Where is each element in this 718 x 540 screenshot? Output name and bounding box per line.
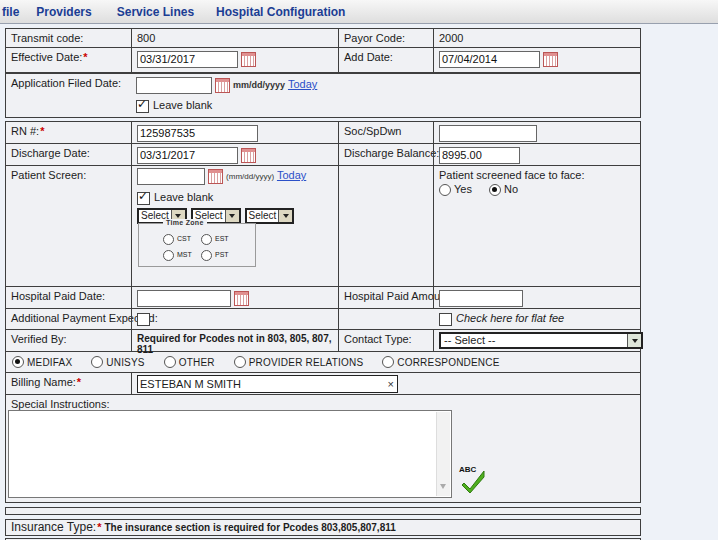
required-marker: *	[40, 125, 44, 137]
menu-hospital-configuration[interactable]: Hospital Configuration	[216, 5, 345, 19]
radio-icon[interactable]	[91, 356, 103, 368]
main-form-section: RN #:* 125987535 Soc/SpDwn Discharge Dat…	[5, 121, 641, 503]
today-link[interactable]: Today	[277, 169, 306, 181]
timezone-option-cst[interactable]: CST	[163, 234, 191, 245]
source-option-other[interactable]: OTHER	[164, 356, 215, 368]
verified-by-label: Verified By:	[6, 330, 131, 351]
transmit-code-value: 800	[131, 29, 338, 47]
source-option-unisys[interactable]: UNISYS	[91, 356, 144, 368]
textarea-scrollbar[interactable]	[436, 412, 450, 496]
timezone-option-pst[interactable]: PST	[201, 250, 229, 261]
calendar-icon[interactable]	[543, 52, 558, 67]
calendar-icon[interactable]	[241, 148, 256, 163]
required-marker: *	[83, 51, 87, 63]
contact-type-select[interactable]: -- Select --	[439, 332, 643, 349]
hospital-paid-date-label: Hospital Paid Date:	[6, 287, 131, 308]
calendar-icon[interactable]	[234, 291, 249, 306]
billing-name-label: Billing Name:*	[6, 373, 131, 394]
radio-icon[interactable]	[382, 356, 394, 368]
patient-screen-date-input[interactable]	[137, 168, 205, 185]
leave-blank-label: Leave blank	[153, 99, 212, 111]
verified-by-row: Verified By: Required for Pcodes not in …	[6, 330, 640, 352]
hospital-paid-row: Hospital Paid Date: Hospital Paid Amount…	[6, 287, 640, 309]
chevron-down-icon	[225, 210, 239, 222]
application-filed-date-label: Application Filed Date:	[6, 74, 131, 117]
flat-fee-checkbox[interactable]	[439, 313, 452, 326]
timezone-option-mst[interactable]: MST	[163, 250, 192, 261]
radio-icon[interactable]	[201, 234, 212, 245]
spellcheck-icon[interactable]: ABC	[459, 465, 489, 497]
green-check-icon	[461, 469, 487, 493]
rn-row: RN #:* 125987535 Soc/SpDwn	[6, 122, 640, 144]
rn-number-input[interactable]: 125987535	[137, 125, 258, 142]
required-marker: *	[77, 376, 81, 388]
screened-option-yes[interactable]: Yes	[439, 183, 472, 195]
date-format-hint: mm/dd/yyyy	[233, 80, 285, 90]
additional-payment-checkbox[interactable]	[137, 313, 150, 326]
spacer-band	[5, 507, 641, 515]
time-zone-legend: Time Zone	[163, 219, 207, 226]
hospital-configuration-page: file Providers Service Lines Hospital Co…	[0, 0, 718, 540]
radio-icon[interactable]	[12, 356, 24, 368]
radio-icon[interactable]	[163, 234, 174, 245]
time-zone-fieldset: Time Zone CST EST MST PST	[138, 223, 256, 267]
effective-date-input[interactable]: 03/31/2017	[137, 51, 238, 68]
special-instructions-row: Special Instructions: ABC	[6, 395, 640, 504]
empty-cell	[338, 166, 433, 286]
menu-bar: file Providers Service Lines Hospital Co…	[0, 0, 718, 24]
required-marker: *	[97, 521, 101, 533]
patient-screened-label: Patient screened face to face:	[439, 169, 640, 181]
add-date-input[interactable]: 07/04/2014	[439, 51, 540, 68]
soc-spdwn-label: Soc/SpDwn	[338, 122, 433, 143]
verified-by-note: Required for Pcodes not in 803, 805, 807…	[131, 330, 338, 351]
hospital-paid-date-input[interactable]	[137, 290, 231, 307]
source-option-provider-relations[interactable]: PROVIDER RELATIONS	[234, 356, 364, 368]
radio-icon[interactable]	[201, 250, 212, 261]
insurance-type-section: Insurance Type:* The insurance section i…	[5, 519, 641, 536]
calendar-icon[interactable]	[208, 169, 223, 184]
radio-icon[interactable]	[439, 184, 451, 196]
flat-fee-option: Check here for flat fee	[439, 312, 564, 324]
clear-input-icon[interactable]: ×	[387, 378, 395, 390]
billing-name-input[interactable]: ESTEBAN M SMITH ×	[137, 375, 398, 393]
additional-payment-label: Additional Payment Expected:	[6, 309, 131, 329]
radio-icon[interactable]	[163, 250, 174, 261]
application-filed-date-input[interactable]	[136, 77, 212, 94]
menu-file[interactable]: file	[2, 5, 19, 19]
additional-payment-row: Additional Payment Expected: Check here …	[6, 309, 640, 330]
billing-name-row: Billing Name:* ESTEBAN M SMITH ×	[6, 373, 640, 395]
radio-icon[interactable]	[164, 356, 176, 368]
source-options-row: MEDIFAX UNISYS OTHER PROVIDER RELATIONS …	[6, 352, 640, 373]
discharge-balance-input[interactable]: 8995.00	[439, 147, 520, 164]
calendar-icon[interactable]	[241, 52, 256, 67]
discharge-row: Discharge Date: 03/31/2017 Discharge Bal…	[6, 144, 640, 166]
chevron-down-icon	[278, 210, 292, 222]
effective-date-label: Effective Date:*	[6, 48, 131, 72]
screen-select-3[interactable]: Select	[245, 208, 295, 224]
source-option-medifax[interactable]: MEDIFAX	[12, 356, 72, 368]
menu-providers[interactable]: Providers	[36, 5, 91, 19]
discharge-balance-label: Discharge Balance:*	[338, 144, 433, 165]
codes-dates-section: Transmit code: 800 Payor Code: 2000 Effe…	[5, 28, 641, 73]
effective-add-date-row: Effective Date:* 03/31/2017 Add Date: 07…	[6, 48, 640, 72]
source-option-correspondence[interactable]: CORRESPONDENCE	[382, 356, 499, 368]
timezone-option-est[interactable]: EST	[201, 234, 229, 245]
today-link[interactable]: Today	[288, 78, 317, 90]
calendar-icon[interactable]	[215, 78, 230, 93]
rn-label: RN #:*	[6, 122, 131, 143]
radio-icon[interactable]	[234, 356, 246, 368]
soc-spdwn-input[interactable]	[439, 125, 537, 142]
transmit-code-label: Transmit code:	[6, 29, 131, 47]
screened-option-no[interactable]: No	[489, 183, 518, 195]
contact-type-label: Contact Type:	[338, 330, 433, 351]
leave-blank-checkbox[interactable]: ✓	[136, 100, 149, 113]
radio-icon[interactable]	[489, 184, 501, 196]
discharge-date-input[interactable]: 03/31/2017	[137, 147, 238, 164]
leave-blank-checkbox[interactable]: ✓	[137, 192, 150, 205]
special-instructions-textarea[interactable]	[8, 410, 452, 498]
payor-code-label: Payor Code:	[338, 29, 433, 47]
hospital-paid-amount-input[interactable]	[439, 290, 523, 307]
menu-service-lines[interactable]: Service Lines	[117, 5, 194, 19]
transmit-payor-row: Transmit code: 800 Payor Code: 2000	[6, 29, 640, 48]
discharge-date-label: Discharge Date:	[6, 144, 131, 165]
